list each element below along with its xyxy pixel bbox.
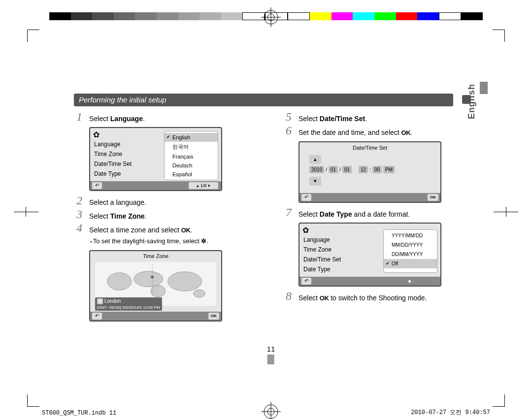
step-3: 3 Select Time Zone. <box>76 211 254 222</box>
page-number: 11 <box>267 345 275 364</box>
step-number: 5 <box>286 111 292 122</box>
language-option: 한국어 <box>165 142 218 152</box>
svg-point-5 <box>134 271 163 287</box>
date-type-option: MM/DD/YYYY <box>384 240 437 250</box>
crop-mark <box>27 30 39 42</box>
ok-button-icon: OK <box>428 194 438 201</box>
screenshot-time-zone: Time Zone ✲London [GMT +00:00] 2010/01/0… <box>89 250 222 322</box>
menu-item: Time Zone <box>94 151 132 158</box>
step-text: Select <box>89 115 110 123</box>
page-indicator: ▴ 1/8 ▾ <box>189 182 218 189</box>
down-arrow-icon: ▾ <box>309 177 321 186</box>
screenshot-language-menu: ✿ Language Time Zone Date/Time Set Date … <box>89 127 222 191</box>
step-text: Set the date and time, and select <box>299 129 401 136</box>
step-number: 3 <box>76 209 82 220</box>
back-icon: ↶ <box>92 182 102 189</box>
step-text: Select a time zone and select <box>89 226 181 234</box>
up-arrow-icon: ▴ <box>309 155 321 164</box>
gear-icon: ✿ <box>302 226 309 235</box>
day-field: 01 <box>342 166 352 173</box>
step-2: 2 Select a language. <box>76 197 254 208</box>
registration-mark-top <box>261 7 281 27</box>
language-options-panel: English 한국어 Français Deutsch Español <box>164 131 218 180</box>
step-number: 1 <box>76 111 82 122</box>
ampm-field: PM <box>383 166 395 173</box>
ok-icon: OK <box>320 294 329 302</box>
svg-point-6 <box>151 285 166 297</box>
svg-point-10 <box>151 276 154 279</box>
crop-mark <box>493 30 505 42</box>
screenshot-date-time-set: Date/Time Set ▴ ▾ 2010/ 01/ 01 12: 00 PM… <box>299 141 441 203</box>
date-type-option: Off <box>384 259 437 268</box>
language-option: Français <box>165 152 218 161</box>
city-label: ✲London [GMT +00:00] 2010/01/01 12:00 PM <box>95 297 162 311</box>
step-6: 6 Set the date and time, and select OK. <box>286 127 483 138</box>
step-substep: To set the daylight-saving time, select … <box>89 236 254 247</box>
language-option: English <box>165 133 218 142</box>
step-number: 7 <box>286 207 292 218</box>
step-7: 7 Select Date Type and a date format. <box>286 209 483 220</box>
menu-item: Language <box>94 141 132 148</box>
step-keyword: Date Type <box>320 210 352 218</box>
menu-item: Date Type <box>303 266 341 273</box>
settings-menu-list: Language Time Zone Date/Time Set Date Ty… <box>303 236 341 276</box>
svg-point-8 <box>194 290 205 297</box>
hour-field: 12 <box>359 166 368 173</box>
step-number: 6 <box>286 125 292 136</box>
date-type-option: DD/MM/YYYY <box>384 250 437 259</box>
screen-title: Time Zone <box>90 251 221 259</box>
page-content: English Performing the initial setup 1 S… <box>54 39 488 394</box>
dst-icon: ✲ <box>201 237 206 245</box>
menu-item: Time Zone <box>303 246 341 253</box>
step-text: Select <box>299 115 320 123</box>
gear-icon: ✿ <box>93 130 100 139</box>
center-mark <box>14 212 38 212</box>
section-heading: Performing the initial setup <box>74 94 453 106</box>
svg-point-4 <box>107 273 132 290</box>
step-keyword: Language <box>110 115 143 123</box>
date-type-options-panel: YYYY/MM/DD MM/DD/YYYY DD/MM/YYYY Off <box>383 229 437 273</box>
month-field: 01 <box>329 166 338 173</box>
footer-filename: ST600_QSM_TUR.indb 11 <box>42 410 116 417</box>
step-text: Select <box>299 294 320 302</box>
step-8: 8 Select OK to switch to the Shooting mo… <box>286 292 483 304</box>
svg-point-7 <box>168 272 202 291</box>
step-keyword: Date/Time Set <box>320 115 365 123</box>
step-number: 4 <box>76 223 82 233</box>
indicator-dot <box>408 280 411 283</box>
crop-mark <box>493 394 505 407</box>
footer-timestamp: 2010-07-27 오전 9:40:57 <box>411 408 490 417</box>
heading-marker <box>462 95 471 104</box>
language-option: Español <box>165 170 218 179</box>
back-icon: ↶ <box>301 278 311 285</box>
crop-mark <box>27 394 39 407</box>
step-5: 5 Select Date/Time Set. <box>286 113 483 124</box>
gmt-label: [GMT +00:00] 2010/01/01 12:00 PM <box>97 305 160 310</box>
back-icon: ↶ <box>301 194 311 201</box>
ok-icon: OK <box>401 129 411 136</box>
step-1: 1 Select Language. <box>76 113 254 124</box>
center-mark <box>26 207 26 217</box>
ok-button-icon: OK <box>208 313 219 320</box>
date-type-option: YYYY/MM/DD <box>384 231 437 240</box>
back-icon: ↶ <box>92 313 102 320</box>
screen-title: Date/Time Set <box>299 142 440 151</box>
date-time-fields: 2010/ 01/ 01 12: 00 PM <box>309 166 395 173</box>
step-number: 2 <box>76 195 82 206</box>
menu-item: Date Type <box>94 170 132 177</box>
settings-menu-list: Language Time Zone Date/Time Set Date Ty… <box>94 141 132 180</box>
menu-item: Date/Time Set <box>94 161 132 167</box>
ok-icon: OK <box>181 226 191 234</box>
minute-field: 00 <box>372 166 382 173</box>
step-keyword: Time Zone <box>110 212 145 220</box>
step-text: Select <box>299 210 320 218</box>
center-mark <box>506 207 506 217</box>
registration-mark-bottom <box>261 402 281 419</box>
step-text: Select <box>89 212 110 220</box>
step-4: 4 Select a time zone and select OK. To s… <box>76 225 254 247</box>
year-field: 2010 <box>309 166 324 173</box>
language-option: Deutsch <box>165 161 218 170</box>
menu-item: Language <box>303 236 341 243</box>
dst-icon: ✲ <box>97 298 103 304</box>
screenshot-date-type: ✿ Language Time Zone Date/Time Set Date … <box>299 223 441 287</box>
